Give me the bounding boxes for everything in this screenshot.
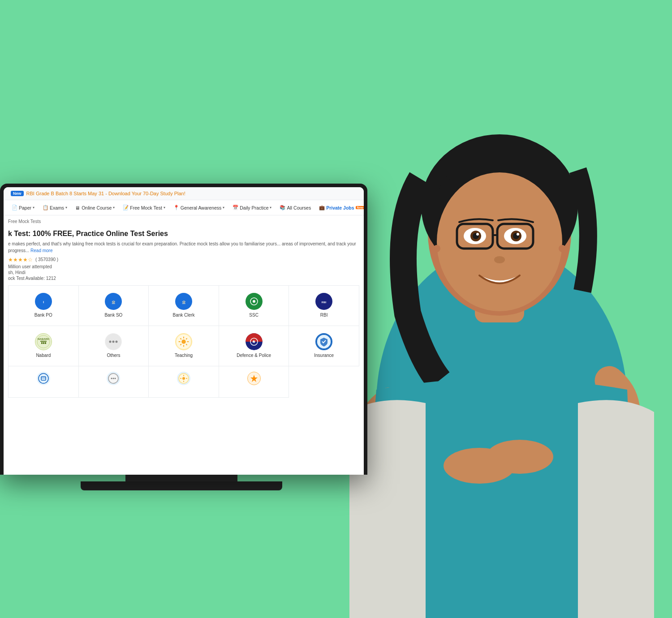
svg-point-39 xyxy=(111,378,112,379)
rating-row: ★★★★☆ ( 3570390 ) xyxy=(8,257,359,263)
category-rbi[interactable]: RBI RBI xyxy=(289,286,359,326)
svg-point-35 xyxy=(39,373,48,383)
defence-police-label: Defence & Police xyxy=(237,353,271,358)
nav-exams[interactable]: 📋 Exams ▾ xyxy=(39,203,71,212)
insurance-icon xyxy=(315,333,332,350)
partial-icon-3 xyxy=(177,372,190,385)
page-title: k Test: 100% FREE, Practice Online Test … xyxy=(8,229,359,239)
category-partial-3[interactable] xyxy=(149,366,219,398)
category-partial-2[interactable] xyxy=(79,366,149,398)
bank-so-label: Bank SO xyxy=(104,313,122,318)
svg-text:i: i xyxy=(43,300,44,304)
notification-bar: New RBI Grade B Batch 8 Starts May 31 - … xyxy=(4,187,364,200)
monitor-frame: New RBI Grade B Batch 8 Starts May 31 - … xyxy=(0,184,367,475)
breadcrumb: Free Mock Tests xyxy=(4,215,364,226)
bank-so-icon: 🏦 xyxy=(105,293,122,310)
svg-point-20 xyxy=(116,340,118,343)
nav-all-courses[interactable]: 📚 All Courses xyxy=(276,203,314,212)
partial-icon-2 xyxy=(107,372,120,385)
defence-police-icon xyxy=(246,333,263,350)
category-bank-so[interactable]: 🏦 Bank SO xyxy=(79,286,149,326)
nav-private-jobs[interactable]: 💼 Private Jobs New xyxy=(315,203,364,212)
svg-point-69 xyxy=(559,245,566,252)
nav-online-course[interactable]: 🖥 Online Course ▾ xyxy=(72,203,118,212)
main-content: k Test: 100% FREE, Practice Online Test … xyxy=(4,226,364,402)
daily-practice-icon: 📅 xyxy=(233,205,238,210)
nav-all-courses-label: All Courses xyxy=(287,205,311,210)
svg-point-40 xyxy=(113,378,114,379)
nav-daily-practice[interactable]: 📅 Daily Practice ▾ xyxy=(229,203,275,212)
notification-text[interactable]: RBI Grade B Batch 8 Starts May 31 - Down… xyxy=(26,191,185,196)
exams-icon: 📋 xyxy=(43,205,48,210)
ssc-icon xyxy=(246,293,263,310)
svg-point-67 xyxy=(486,440,553,474)
others-label: Others xyxy=(107,353,120,358)
nav-free-mock-label: Free Mock Test xyxy=(130,205,162,210)
svg-point-64 xyxy=(517,233,519,236)
svg-rect-16 xyxy=(45,342,46,344)
ssc-label: SSC xyxy=(249,313,258,318)
rating-stars: ★★★★☆ xyxy=(8,257,33,263)
bank-po-icon: i xyxy=(35,293,52,310)
category-bank-po[interactable]: i Bank PO xyxy=(9,286,79,326)
page-description: e makes perfect, and that's why taking f… xyxy=(8,240,359,254)
svg-point-53 xyxy=(437,172,562,311)
svg-text:NABARD: NABARD xyxy=(38,338,50,340)
bank-clerk-label: Bank Clerk xyxy=(173,313,195,318)
nav-general-awareness[interactable]: 📍 General Awareness ▾ xyxy=(170,203,228,212)
svg-rect-14 xyxy=(41,342,43,344)
svg-text:🏦: 🏦 xyxy=(181,300,185,304)
svg-rect-13 xyxy=(40,341,47,342)
chevron-online-course: ▾ xyxy=(113,206,115,210)
category-others[interactable]: Others xyxy=(79,326,149,366)
breadcrumb-text: Free Mock Tests xyxy=(8,219,41,224)
bank-clerk-icon: 🏦 xyxy=(175,293,192,310)
svg-text:🏦: 🏦 xyxy=(112,300,116,304)
category-insurance[interactable]: Insurance xyxy=(289,326,359,366)
partial-icon-4 xyxy=(247,372,261,385)
language: sh, Hindi xyxy=(8,270,359,275)
new-badge: New xyxy=(11,191,24,196)
category-grid-row2: NABARD Nabard xyxy=(8,326,359,366)
general-awareness-icon: 📍 xyxy=(173,205,179,210)
category-grid-row1: i Bank PO 🏦 Bank SO xyxy=(8,285,359,326)
nabard-icon: NABARD xyxy=(35,333,52,350)
mock-test-count: ock Test Available: 1212 xyxy=(8,276,359,281)
svg-point-18 xyxy=(109,340,112,343)
nav-private-jobs-label: Private Jobs xyxy=(326,205,354,210)
category-partial-4[interactable] xyxy=(219,366,289,398)
svg-point-22 xyxy=(181,339,185,343)
all-courses-icon: 📚 xyxy=(280,205,285,210)
svg-rect-15 xyxy=(43,342,44,344)
rating-count: ( 3570390 ) xyxy=(35,257,58,262)
description-text: e makes perfect, and that's why taking f… xyxy=(8,241,356,253)
rbi-label: RBI xyxy=(320,313,328,318)
svg-point-63 xyxy=(476,233,479,236)
category-defence-police[interactable]: Defence & Police xyxy=(219,326,289,366)
read-more-link[interactable]: Read more xyxy=(30,248,52,253)
svg-point-68 xyxy=(433,245,440,252)
insurance-label: Insurance xyxy=(314,353,334,358)
nav-paper[interactable]: 📄 Paper ▾ xyxy=(8,203,38,212)
nav-paper-label: Paper xyxy=(19,205,31,210)
svg-text:RBI: RBI xyxy=(322,301,327,304)
category-teaching[interactable]: Teaching xyxy=(149,326,219,366)
category-partial-1[interactable] xyxy=(9,366,79,398)
svg-point-43 xyxy=(182,377,185,380)
category-bank-clerk[interactable]: 🏦 Bank Clerk xyxy=(149,286,219,326)
private-jobs-icon: 💼 xyxy=(319,205,325,210)
chevron-daily-practice: ▾ xyxy=(270,206,271,210)
user-count: Million user attempted xyxy=(8,264,359,269)
category-nabard[interactable]: NABARD Nabard xyxy=(9,326,79,366)
category-ssc[interactable]: SSC xyxy=(219,286,289,326)
monitor-base xyxy=(81,481,282,490)
svg-point-19 xyxy=(112,340,115,343)
teaching-label: Teaching xyxy=(175,353,193,358)
free-mock-icon: 📝 xyxy=(123,205,129,210)
online-course-icon: 🖥 xyxy=(75,205,80,210)
svg-point-65 xyxy=(494,256,505,263)
nav-free-mock[interactable]: 📝 Free Mock Test ▾ xyxy=(119,203,169,212)
teaching-icon xyxy=(175,333,192,350)
bank-po-label: Bank PO xyxy=(34,313,52,318)
chevron-paper: ▾ xyxy=(33,206,34,210)
